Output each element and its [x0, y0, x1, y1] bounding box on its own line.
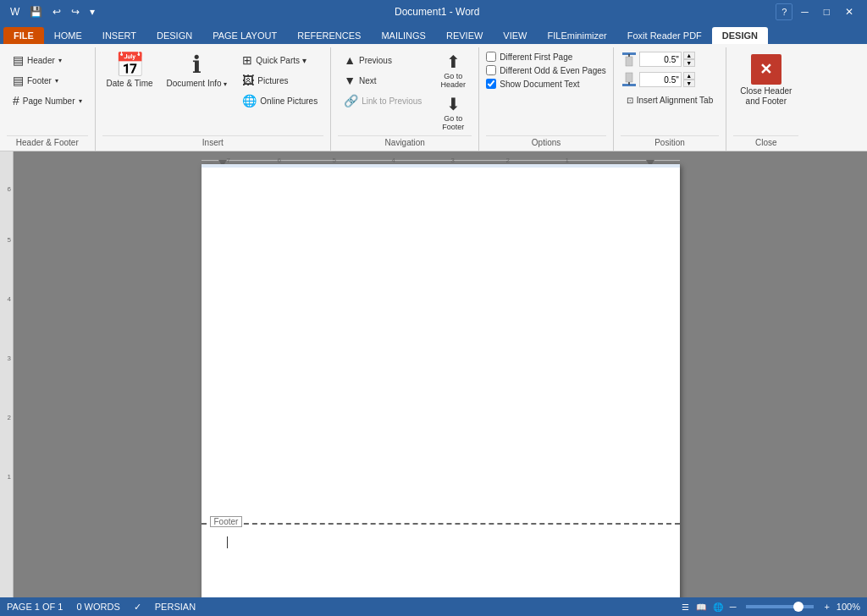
go-to-footer-button[interactable]: ⬇ Go toFooter — [434, 93, 472, 134]
ruler-mark-4h: 4 — [392, 157, 395, 164]
footer-button[interactable]: ▤ Footer ▾ — [7, 71, 88, 90]
tab-view[interactable]: VIEW — [493, 27, 537, 44]
footer-position-input[interactable] — [639, 72, 682, 87]
bottom-position-row: ▲ ▼ — [621, 71, 719, 88]
hf-group-label: Header & Footer — [7, 135, 88, 147]
tab-review[interactable]: REVIEW — [436, 27, 493, 44]
diff-first-page-label: Different First Page — [500, 52, 572, 62]
proof-icon: ✓ — [134, 602, 141, 613]
tab-fileminimizer[interactable]: FILEminimizer — [537, 27, 616, 44]
status-right: ☰ 📖 🌐 ─ + 100% — [682, 602, 860, 612]
insert-main: 📅 Date & Time ℹ Document Info ▾ ⊞ Quick … — [102, 51, 324, 110]
layout-web-btn[interactable]: 🌐 — [713, 602, 723, 612]
close-header-footer-label: Close Headerand Footer — [740, 86, 792, 107]
options-content: Different First Page Different Odd & Eve… — [486, 51, 605, 134]
online-pictures-button[interactable]: 🌐 Online Pictures — [236, 91, 323, 110]
nav-group-label: Navigation — [338, 135, 472, 147]
quick-parts-button[interactable]: ⊞ Quick Parts ▾ — [236, 51, 323, 69]
word-count: 0 WORDS — [76, 602, 119, 612]
previous-label: Previous — [359, 56, 392, 65]
zoom-minus[interactable]: ─ — [730, 602, 737, 612]
nav-col2: ⬆ Go toHeader ⬇ Go toFooter — [434, 51, 472, 134]
customize-qat-btn[interactable]: ▾ — [86, 4, 98, 19]
tab-file[interactable]: FILE — [3, 27, 44, 44]
previous-button[interactable]: ▲ Previous — [338, 51, 428, 69]
ruler-mark-4: 4 — [8, 295, 11, 303]
header-pos-down[interactable]: ▼ — [683, 59, 695, 67]
footer-pos-down[interactable]: ▼ — [683, 80, 695, 87]
title-bar: W 💾 ↩ ↪ ▾ Document1 - Word ? ─ □ ✕ — [0, 0, 867, 24]
restore-button[interactable]: □ — [817, 3, 837, 20]
ruler-mark-1h: 1 — [566, 157, 569, 164]
pos-settings-icon: ⊡ — [627, 96, 633, 105]
options-group-label: Options — [486, 135, 605, 147]
tab-mailings[interactable]: MAILINGS — [371, 27, 436, 44]
minimize-button[interactable]: ─ — [794, 3, 815, 20]
go-to-header-button[interactable]: ⬆ Go toHeader — [434, 51, 472, 91]
date-time-icon: 📅 — [115, 53, 145, 77]
zoom-plus[interactable]: + — [824, 602, 829, 612]
tab-foxitreaderpdf[interactable]: Foxit Reader PDF — [617, 27, 712, 44]
app-icon[interactable]: W — [7, 4, 23, 19]
footer-content[interactable] — [227, 530, 654, 572]
show-doc-text-row: Show Document Text — [486, 78, 605, 90]
previous-icon: ▲ — [344, 53, 356, 67]
header-pos-up[interactable]: ▲ — [683, 52, 695, 59]
show-doc-text-label: Show Document Text — [500, 80, 579, 89]
date-time-button[interactable]: 📅 Date & Time — [102, 51, 157, 91]
pagenumber-dropdown-arrow: ▾ — [79, 97, 82, 105]
page-content[interactable] — [202, 168, 680, 523]
close-header-footer-button[interactable]: ✕ Close Headerand Footer — [733, 51, 798, 110]
goto-header-label: Go toHeader — [441, 72, 467, 89]
tab-home[interactable]: HOME — [44, 27, 92, 44]
header-dropdown-arrow: ▾ — [58, 57, 62, 64]
datetime-block: 📅 Date & Time — [102, 51, 157, 91]
layout-read-btn[interactable]: 📖 — [696, 602, 706, 612]
ruler-mark-2h: 2 — [506, 157, 510, 164]
header-button[interactable]: ▤ Header ▾ — [7, 51, 88, 69]
redo-qat-btn[interactable]: ↪ — [68, 4, 83, 19]
top-margin-icon — [621, 51, 638, 68]
footer-pos-up[interactable]: ▲ — [683, 72, 695, 80]
close-button[interactable]: ✕ — [838, 3, 860, 20]
undo-qat-btn[interactable]: ↩ — [49, 4, 64, 19]
layout-print-btn[interactable]: ☰ — [682, 602, 689, 612]
pictures-button[interactable]: 🖼 Pictures — [236, 71, 323, 90]
online-pictures-label: Online Pictures — [260, 96, 318, 106]
header-label: Header — [27, 56, 55, 65]
next-label: Next — [359, 76, 377, 85]
tab-pagelayout[interactable]: PAGE LAYOUT — [202, 27, 287, 44]
save-qat-btn[interactable]: 💾 — [26, 4, 46, 19]
tab-insert[interactable]: INSERT — [92, 27, 146, 44]
next-button[interactable]: ▼ Next — [338, 71, 428, 90]
tab-references[interactable]: REFERENCES — [287, 27, 371, 44]
position-settings-button[interactable]: ⊡ Insert Alignment Tab — [621, 93, 719, 107]
link-icon: 🔗 — [344, 94, 358, 107]
ruler-mark-2: 2 — [8, 414, 11, 421]
link-to-previous-button[interactable]: 🔗 Link to Previous — [338, 91, 428, 110]
header-position-input[interactable] — [639, 52, 682, 67]
zoom-slider[interactable] — [746, 605, 814, 608]
vertical-ruler: 6 5 4 3 2 1 — [0, 151, 14, 597]
zoom-thumb[interactable] — [793, 602, 803, 612]
document-scroll[interactable]: 7 6 5 4 3 2 1 Footer — [14, 151, 867, 597]
header-icon: ▤ — [13, 53, 24, 67]
page-number-label: Page Number — [23, 96, 75, 106]
diff-first-page-checkbox[interactable] — [486, 52, 496, 62]
document-info-button[interactable]: ℹ Document Info ▾ — [163, 51, 232, 91]
document-area: 6 5 4 3 2 1 7 6 5 4 3 2 1 — [0, 151, 867, 597]
show-doc-text-checkbox[interactable] — [486, 79, 496, 89]
quick-parts-label: Quick Parts ▾ — [256, 56, 306, 65]
tab-design[interactable]: DESIGN — [146, 27, 202, 44]
diff-odd-even-checkbox[interactable] — [486, 65, 496, 75]
doc-info-icon: ℹ — [192, 53, 202, 77]
page-number-button[interactable]: # Page Number ▾ — [7, 91, 88, 110]
diff-odd-even-label: Different Odd & Even Pages — [500, 66, 605, 75]
tab-design-active[interactable]: DESIGN — [712, 27, 768, 44]
help-button[interactable]: ? — [776, 3, 792, 20]
options-checkboxes: Different First Page Different Odd & Eve… — [486, 51, 605, 90]
bottom-margin-icon — [621, 71, 638, 88]
ribbon-group-position: ▲ ▼ ▲ ▼ ⊡ — [614, 47, 726, 151]
ruler-mark-6h: 6 — [278, 157, 281, 164]
nav-col1: ▲ Previous ▼ Next 🔗 Link to Previous — [338, 51, 428, 110]
